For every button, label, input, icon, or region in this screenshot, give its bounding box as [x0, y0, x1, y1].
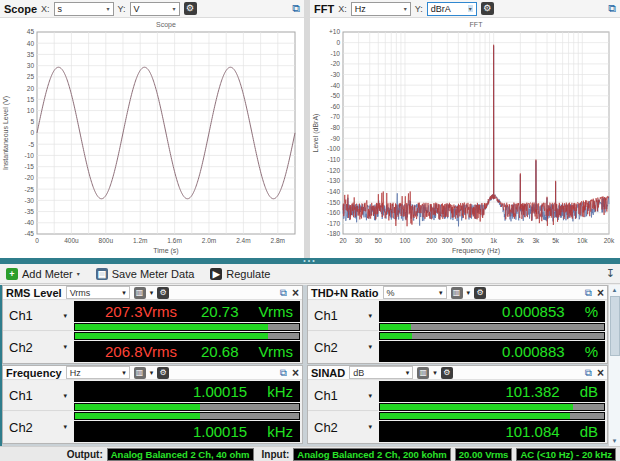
- chevron-down-icon: ▾: [63, 392, 67, 400]
- popout-icon[interactable]: ⧉: [608, 3, 616, 14]
- svg-text:2.4m: 2.4m: [236, 237, 250, 244]
- channel-1-selector[interactable]: Ch1 ▾: [308, 301, 378, 331]
- display-mode-icon[interactable]: ▥: [417, 367, 429, 379]
- channel-2-selector[interactable]: Ch2 ▾: [3, 412, 73, 442]
- svg-text:Instantaneous Level (V): Instantaneous Level (V): [2, 96, 10, 170]
- scroll-up-icon[interactable]: ▲: [612, 285, 618, 295]
- scrollbar-thumb[interactable]: [610, 296, 620, 356]
- chevron-down-icon: ▾: [107, 5, 110, 12]
- channel-1-selector[interactable]: Ch1 ▾: [3, 301, 73, 331]
- scroll-down-icon[interactable]: ▼: [612, 436, 618, 446]
- ch1-readout: 0.000853 %: [379, 301, 605, 322]
- channel-label: Ch2: [9, 340, 33, 355]
- gear-icon[interactable]: ⚙: [157, 287, 169, 299]
- popout-icon[interactable]: ⧉: [292, 3, 300, 14]
- output-config-badge[interactable]: Analog Balanced 2 Ch, 40 ohm: [107, 448, 254, 461]
- meter-title: RMS Level: [6, 287, 62, 299]
- svg-text:0: 0: [336, 39, 340, 46]
- ch1-level-bars: [74, 403, 300, 411]
- display-mode-icon[interactable]: ▥: [451, 287, 463, 299]
- svg-text:35: 35: [27, 51, 35, 58]
- fft-x-unit-dropdown[interactable]: Hz ▾: [351, 2, 411, 16]
- chevron-down-icon: ▾: [150, 289, 154, 297]
- output-label: Output:: [67, 449, 103, 460]
- input-range-badge[interactable]: 20.00 Vrms: [455, 448, 513, 461]
- ch2-readout: 101.084 dB: [379, 421, 605, 442]
- popout-icon[interactable]: ⧉: [585, 287, 592, 299]
- display-mode-icon[interactable]: ▥: [134, 287, 146, 299]
- meter-title: THD+N Ratio: [311, 287, 379, 299]
- fft-y-label: Y:: [415, 4, 423, 14]
- channel-label: Ch2: [9, 420, 33, 435]
- meter-body: Ch1 ▾ 1.00015 kHz Ch2 ▾: [3, 380, 302, 443]
- channel-label: Ch2: [314, 420, 338, 435]
- display-mode-icon[interactable]: ▥: [134, 367, 146, 379]
- svg-text:-60: -60: [331, 103, 341, 110]
- channel-1-selector[interactable]: Ch1 ▾: [308, 381, 378, 411]
- input-label: Input:: [262, 449, 290, 460]
- close-icon[interactable]: ×: [292, 288, 299, 298]
- channel-2-selector[interactable]: Ch2 ▾: [308, 332, 378, 362]
- popout-icon[interactable]: ⧉: [585, 367, 592, 379]
- fft-panel: FFT X: Hz ▾ Y: dBrA ▾ ⚙ ⧉ FFT+100-10-20-…: [310, 0, 620, 258]
- scope-panel: Scope X: s ▾ Y: V ▾ ⚙ ⧉ Scope45403530252…: [0, 0, 304, 258]
- value: 1.00015: [193, 383, 247, 400]
- audio-analyzer-window: Scope X: s ▾ Y: V ▾ ⚙ ⧉ Scope45403530252…: [0, 0, 620, 461]
- ch1-level-bars: [379, 403, 605, 411]
- input-coupling-badge[interactable]: AC (<10 Hz) - 20 kHz: [516, 448, 616, 461]
- scope-y-unit-value: V: [134, 4, 140, 14]
- ch1-readout: 1.00015 kHz: [74, 381, 300, 402]
- svg-text:-40: -40: [25, 219, 35, 226]
- close-icon[interactable]: ×: [597, 288, 604, 298]
- ch1-readout: 207.3Vrms 20.73 Vrms: [74, 301, 300, 322]
- svg-text:25: 25: [27, 73, 35, 80]
- meter-toolbar: + Add Meter ▾ ▤ Save Meter Data ▶ Regula…: [0, 264, 620, 284]
- gear-icon[interactable]: ⚙: [157, 367, 169, 379]
- meters-scrollbar[interactable]: ▲ ▼: [608, 285, 620, 446]
- regulate-button[interactable]: ▶ Regulate: [210, 268, 270, 280]
- channel-2-selector[interactable]: Ch2 ▾: [308, 412, 378, 442]
- ch1-readout: 101.382 dB: [379, 381, 605, 402]
- gear-icon[interactable]: ⚙: [184, 2, 197, 15]
- svg-text:-30: -30: [331, 71, 341, 78]
- scope-chart[interactable]: Scope454035302520151050-5-10-15-20-25-30…: [0, 18, 304, 258]
- gear-icon[interactable]: ⚙: [441, 367, 453, 379]
- scope-y-unit-dropdown[interactable]: V ▾: [130, 2, 180, 16]
- gear-icon[interactable]: ⚙: [474, 287, 486, 299]
- channel-2-selector[interactable]: Ch2 ▾: [3, 332, 73, 362]
- peak-value: 206.8Vrms: [105, 343, 177, 360]
- unit-value: dB: [353, 368, 364, 378]
- popout-icon[interactable]: ⧉: [280, 367, 287, 379]
- channel-label: Ch1: [314, 308, 338, 323]
- chevron-down-icon: ▾: [433, 369, 437, 377]
- fft-y-unit-dropdown[interactable]: dBrA ▾: [427, 2, 477, 16]
- gear-icon[interactable]: ⚙: [481, 2, 494, 15]
- save-meter-data-button[interactable]: ▤ Save Meter Data: [96, 268, 195, 280]
- meter-body: Ch1 ▾ 0.000853 % Ch2 ▾: [308, 300, 607, 363]
- svg-text:-45: -45: [25, 230, 35, 237]
- meter-title: SINAD: [311, 367, 345, 379]
- value: 20.68: [201, 343, 239, 360]
- svg-text:40: 40: [27, 40, 35, 47]
- svg-text:200: 200: [426, 237, 437, 244]
- unit-dropdown[interactable]: % ▾: [383, 286, 447, 299]
- fft-chart[interactable]: FFT+100-10-20-30-40-50-60-70-80-90-100-1…: [310, 18, 620, 258]
- channel-1-selector[interactable]: Ch1 ▾: [3, 381, 73, 411]
- popout-icon[interactable]: ⧉: [280, 287, 287, 299]
- value: 0.000883: [502, 343, 565, 360]
- svg-text:-70: -70: [331, 113, 341, 120]
- add-meter-button[interactable]: + Add Meter ▾: [6, 268, 80, 280]
- close-icon[interactable]: ×: [292, 368, 299, 378]
- input-config-badge[interactable]: Analog Balanced 2 Ch, 200 kohm: [293, 448, 450, 461]
- ch1-level-bars: [379, 323, 605, 331]
- svg-text:1.2m: 1.2m: [133, 237, 147, 244]
- pin-icon[interactable]: ↧: [606, 267, 615, 280]
- unit-dropdown[interactable]: Hz ▾: [66, 366, 130, 379]
- svg-text:400u: 400u: [64, 237, 79, 244]
- svg-text:-5: -5: [28, 141, 34, 148]
- scope-x-unit-dropdown[interactable]: s ▾: [54, 2, 114, 16]
- unit-dropdown[interactable]: Vrms ▾: [66, 286, 130, 299]
- fft-x-unit-value: Hz: [355, 4, 366, 14]
- unit-dropdown[interactable]: dB ▾: [349, 366, 413, 379]
- close-icon[interactable]: ×: [597, 368, 604, 378]
